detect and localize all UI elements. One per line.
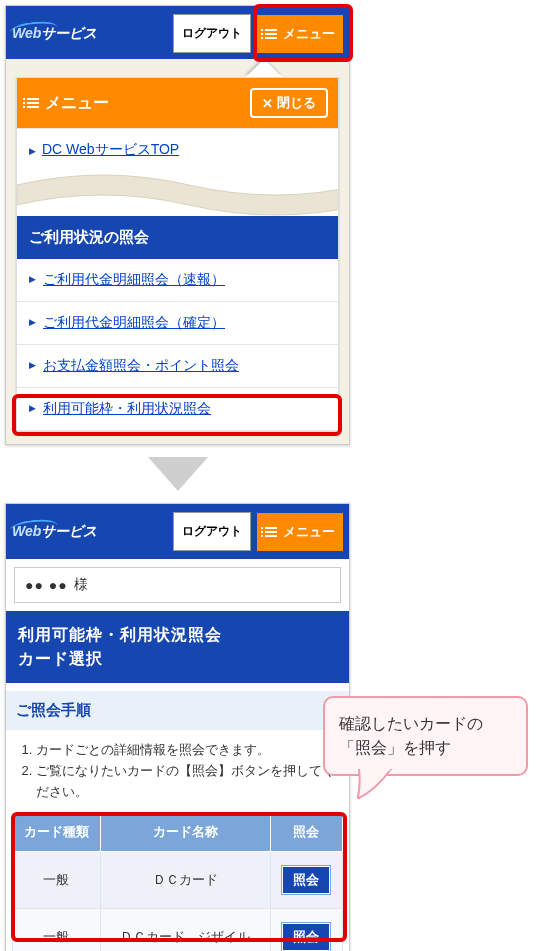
close-button-label: 閉じる [277,94,316,112]
menu-button[interactable]: メニュー [257,513,343,551]
th-inquiry: 照会 [270,813,342,852]
usage-link-payment-points[interactable]: お支払金額照会・ポイント照会 [17,345,338,388]
screen-menu-open: Webサービス ログアウト メニュー メニュー ✕閉じる [5,5,350,445]
masked-name-icon: ●● ●● [25,577,68,593]
usage-link-statement-prelim[interactable]: ご利用代金明細照会（速報） [17,259,338,302]
card-table: カード種類 カード名称 照会 一般 ＤＣカード 照会 一般 ＤＣカード ジザイル… [12,812,343,951]
card-table-container: カード種類 カード名称 照会 一般 ＤＣカード 照会 一般 ＤＣカード ジザイル… [6,812,349,951]
close-icon: ✕ [262,96,273,111]
instruction-callout: 確認したいカードの 「照会」を押す [323,696,528,776]
procedure-steps: カードごとの詳細情報を照会できます。 ご覧になりたいカードの【照会】ボタンを押し… [6,730,349,812]
section-header-procedure: ご照会手順 [6,691,349,730]
th-card-name: カード名称 [100,813,270,852]
menu-link-top[interactable]: DC WebサービスTOP [17,128,338,171]
table-header-row: カード種類 カード名称 照会 [13,813,343,852]
greeting-suffix: 様 [74,576,88,594]
step-1: カードごとの詳細情報を照会できます。 [36,740,337,761]
cell-card-name: ＤＣカード ジザイル [100,909,270,951]
usage-link-list: ご利用代金明細照会（速報） ご利用代金明細照会（確定） お支払金額照会・ポイント… [17,259,338,431]
menu-panel-title: メニュー [45,93,109,114]
flow-arrow-down-icon [5,457,350,491]
cell-card-type: 一般 [13,852,101,909]
page-title-line2: カード選択 [18,647,337,671]
menu-dropdown-container: メニュー ✕閉じる DC WebサービスTOP ご利用状況の照会 ご利用代金 [6,59,349,444]
menu-button-label: メニュー [283,25,335,43]
cell-card-name: ＤＣカード [100,852,270,909]
screen-card-select: Webサービス ログアウト メニュー ●● ●● 様 利用可能枠・利用状況照会 … [5,503,350,951]
logo: Webサービス [12,25,97,43]
menu-panel-header: メニュー ✕閉じる [17,78,338,128]
callout-line1: 確認したいカードの [339,712,512,736]
usage-link-credit-limit[interactable]: 利用可能枠・利用状況照会 [17,388,338,431]
header-bar: Webサービス ログアウト メニュー [6,6,349,61]
logo: Webサービス [12,523,97,541]
section-header-usage: ご利用状況の照会 [17,216,338,259]
cell-card-type: 一般 [13,909,101,951]
list-icon [265,527,277,537]
close-menu-button[interactable]: ✕閉じる [250,88,328,118]
menu-panel: メニュー ✕閉じる DC WebサービスTOP ご利用状況の照会 ご利用代金 [16,77,339,432]
header-bar: Webサービス ログアウト メニュー [6,504,349,559]
table-row: 一般 ＤＣカード 照会 [13,852,343,909]
logout-button[interactable]: ログアウト [173,14,251,53]
svg-marker-0 [148,457,208,491]
content-gap-wave [17,171,338,216]
dropdown-pointer-icon [246,59,282,77]
page-title-line1: 利用可能枠・利用状況照会 [18,623,337,647]
logo-web: Web [12,523,41,539]
page-title: 利用可能枠・利用状況照会 カード選択 [6,611,349,683]
menu-button[interactable]: メニュー [257,15,343,53]
step-2: ご覧になりたいカードの【照会】ボタンを押してください。 [36,761,337,803]
inquiry-button[interactable]: 照会 [282,923,330,951]
greeting-bar: ●● ●● 様 [14,567,341,603]
menu-button-label: メニュー [283,523,335,541]
list-icon [265,29,277,39]
logo-web: Web [12,25,41,41]
inquiry-button[interactable]: 照会 [282,866,330,894]
th-card-type: カード種類 [13,813,101,852]
callout-line2: 「照会」を押す [339,736,512,760]
callout-tail-icon [357,769,393,799]
logout-button[interactable]: ログアウト [173,512,251,551]
list-icon [27,98,39,108]
usage-link-statement-final[interactable]: ご利用代金明細照会（確定） [17,302,338,345]
table-row: 一般 ＤＣカード ジザイル 照会 [13,909,343,951]
